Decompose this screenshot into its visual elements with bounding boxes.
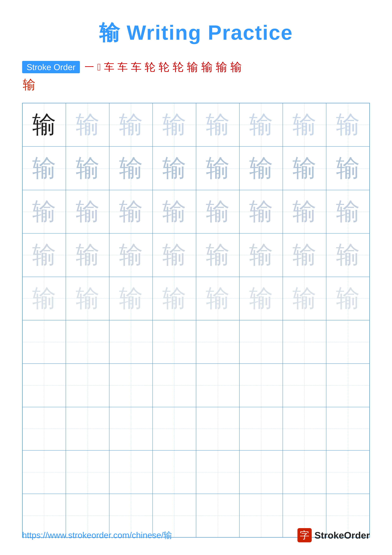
stroke-11: 输: [216, 59, 227, 75]
grid-cell-r8c2[interactable]: [66, 407, 109, 450]
grid-cell-r6c4[interactable]: [153, 320, 196, 364]
char-r4c1: 输: [32, 239, 56, 271]
grid-cell-r8c4[interactable]: [153, 407, 196, 450]
grid-cell-r3c6: 输: [239, 190, 283, 233]
grid-cell-r8c5[interactable]: [196, 407, 239, 450]
char-r1c1: 输: [32, 109, 56, 141]
footer: https://www.strokeorder.com/chinese/输 字 …: [22, 528, 370, 542]
footer-url[interactable]: https://www.strokeorder.com/chinese/输: [22, 530, 172, 541]
footer-logo: 字 StrokeOrder: [297, 528, 370, 542]
char-r2c7: 输: [292, 152, 316, 184]
char-r4c8: 输: [336, 239, 360, 271]
grid-cell-r5c4: 输: [153, 277, 196, 320]
grid-cell-r8c3[interactable]: [109, 407, 153, 450]
grid-cell-r3c4: 输: [153, 190, 196, 233]
grid-cell-r1c2: 输: [66, 103, 109, 146]
grid-cell-r2c5: 输: [196, 146, 239, 190]
char-r2c3: 输: [119, 152, 143, 184]
grid-cell-r4c6: 输: [239, 233, 283, 277]
grid-cell-r9c7[interactable]: [283, 450, 326, 494]
char-r1c6: 输: [249, 109, 273, 141]
stroke-5: 车: [131, 60, 142, 74]
grid-cell-r1c3: 输: [109, 103, 153, 146]
stroke-order-row: Stroke Order 一 𠄌 车 车 车 轮 轮 轮 输 输 输 输: [22, 59, 370, 75]
grid-cell-r9c3[interactable]: [109, 450, 153, 494]
grid-cell-r2c8: 输: [326, 146, 370, 190]
char-r4c3: 输: [119, 239, 143, 271]
grid-cell-r7c7[interactable]: [283, 364, 326, 407]
grid-cell-r8c6[interactable]: [239, 407, 283, 450]
grid-cell-r6c5[interactable]: [196, 320, 239, 364]
grid-cell-r9c2[interactable]: [66, 450, 109, 494]
grid-cell-r7c1[interactable]: [22, 364, 66, 407]
char-r1c7: 输: [292, 109, 316, 141]
grid-cell-r7c8[interactable]: [326, 364, 370, 407]
stroke-1: 一: [85, 61, 94, 73]
grid-cell-r2c1: 输: [22, 146, 66, 190]
grid-cell-r4c1: 输: [22, 233, 66, 277]
char-r4c6: 输: [249, 239, 273, 271]
stroke-last-char: 输: [22, 76, 370, 93]
char-r5c5: 输: [206, 283, 230, 314]
char-r4c7: 输: [292, 239, 316, 271]
grid-cell-r5c6: 输: [239, 277, 283, 320]
grid-cell-r6c8[interactable]: [326, 320, 370, 364]
grid-cell-r6c2[interactable]: [66, 320, 109, 364]
grid-cell-r8c1[interactable]: [22, 407, 66, 450]
stroke-8: 轮: [173, 60, 184, 74]
char-r5c3: 输: [119, 283, 143, 314]
grid-cell-r9c1[interactable]: [22, 450, 66, 494]
grid-cell-r7c4[interactable]: [153, 364, 196, 407]
grid-cell-r7c6[interactable]: [239, 364, 283, 407]
title-chinese: 输: [99, 21, 120, 44]
char-r1c3: 输: [119, 109, 143, 141]
grid-cell-r6c7[interactable]: [283, 320, 326, 364]
grid-cell-r5c5: 输: [196, 277, 239, 320]
grid-cell-r6c3[interactable]: [109, 320, 153, 364]
grid-cell-r4c4: 输: [153, 233, 196, 277]
grid-cell-r9c6[interactable]: [239, 450, 283, 494]
title-english: Writing Practice: [120, 21, 293, 44]
grid-cell-r1c5: 输: [196, 103, 239, 146]
char-r3c2: 输: [76, 196, 100, 228]
grid-cell-r4c7: 输: [283, 233, 326, 277]
grid-cell-r6c6[interactable]: [239, 320, 283, 364]
practice-grid: 输 输 输 输 输 输 输 输 输 输 输 输 输 输 输 输 输: [22, 103, 370, 538]
char-r3c7: 输: [292, 196, 316, 228]
char-r2c4: 输: [162, 152, 186, 184]
stroke-sequence: 一 𠄌 车 车 车 轮 轮 轮 输 输 输 输: [85, 59, 242, 75]
char-r5c6: 输: [249, 283, 273, 314]
grid-cell-r1c1: 输: [22, 103, 66, 146]
char-r2c6: 输: [249, 152, 273, 184]
char-r1c2: 输: [76, 109, 100, 141]
page: 输 Writing Practice Stroke Order 一 𠄌 车 车 …: [0, 0, 392, 555]
char-r2c2: 输: [76, 152, 100, 184]
char-r1c8: 输: [336, 109, 360, 141]
grid-cell-r9c8[interactable]: [326, 450, 370, 494]
grid-cell-r7c5[interactable]: [196, 364, 239, 407]
char-r3c5: 输: [206, 196, 230, 228]
grid-cell-r9c4[interactable]: [153, 450, 196, 494]
grid-cell-r5c7: 输: [283, 277, 326, 320]
grid-cell-r7c2[interactable]: [66, 364, 109, 407]
grid-cell-r5c8: 输: [326, 277, 370, 320]
stroke-7: 轮: [159, 60, 170, 74]
logo-name: StrokeOrder: [314, 530, 370, 541]
grid-cell-r9c5[interactable]: [196, 450, 239, 494]
grid-cell-r6c1[interactable]: [22, 320, 66, 364]
grid-cell-r8c8[interactable]: [326, 407, 370, 450]
char-r4c5: 输: [206, 239, 230, 271]
char-r5c7: 输: [292, 283, 316, 314]
char-r1c4: 输: [162, 109, 186, 141]
grid-cell-r7c3[interactable]: [109, 364, 153, 407]
char-r3c1: 输: [32, 196, 56, 228]
char-r4c2: 输: [76, 239, 100, 271]
grid-cell-r3c5: 输: [196, 190, 239, 233]
char-r3c4: 输: [162, 196, 186, 228]
grid-cell-r3c1: 输: [22, 190, 66, 233]
grid-cell-r1c4: 输: [153, 103, 196, 146]
grid-cell-r5c1: 输: [22, 277, 66, 320]
grid-cell-r8c7[interactable]: [283, 407, 326, 450]
char-r4c4: 输: [162, 239, 186, 271]
stroke-6: 轮: [145, 60, 156, 74]
